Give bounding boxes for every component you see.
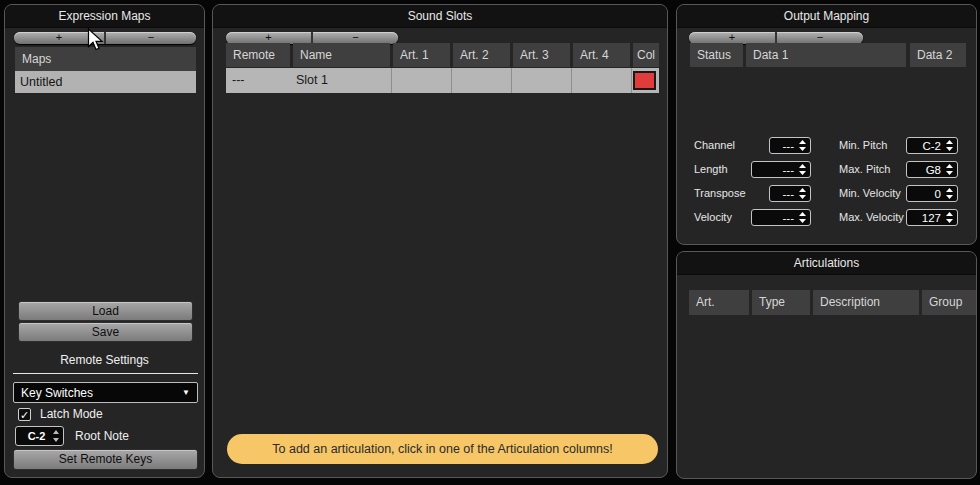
slot-art1-cell[interactable]: [392, 68, 451, 93]
max-velocity-value: 127: [911, 212, 946, 224]
checkmark-icon: ✓: [20, 409, 29, 421]
min-velocity-value: 0: [911, 188, 946, 200]
col-header-data2: Data 2: [910, 43, 966, 67]
remote-mode-dropdown[interactable]: Key Switches ▼: [13, 382, 198, 403]
latch-mode-checkbox[interactable]: ✓: [18, 408, 31, 421]
table-row-slot1: --- Slot 1: [226, 68, 659, 93]
latch-mode-label: Latch Mode: [40, 407, 103, 421]
articulations-panel: Articulations Art. Type Description Grou…: [676, 251, 977, 479]
min-pitch-label: Min. Pitch: [839, 137, 887, 154]
slot-remote-cell[interactable]: ---: [232, 73, 245, 87]
transpose-value: ---: [774, 188, 799, 200]
maps-list-header: Maps: [15, 47, 196, 71]
col-header-art3: Art. 3: [513, 43, 570, 67]
articulations-title: Articulations: [677, 252, 976, 275]
row-divider: [631, 68, 632, 93]
transpose-label: Transpose: [694, 185, 746, 202]
output-mapping-title: Output Mapping: [677, 5, 976, 28]
slot-art3-cell[interactable]: [512, 68, 571, 93]
col-header-type: Type: [752, 290, 810, 315]
col-header-art: Art.: [689, 290, 749, 315]
col-header-data1: Data 1: [746, 43, 906, 67]
maps-add-remove-bar: + −: [14, 32, 196, 44]
save-button[interactable]: Save: [18, 322, 193, 342]
col-header-name: Name: [293, 43, 390, 67]
col-header-art1: Art. 1: [393, 43, 450, 67]
set-remote-keys-button[interactable]: Set Remote Keys: [13, 449, 198, 470]
mouse-cursor: [87, 28, 105, 52]
remote-settings-divider: [13, 373, 198, 374]
velocity-value: ---: [756, 212, 799, 224]
min-velocity-label: Min. Velocity: [839, 185, 901, 202]
output-mapping-panel: Output Mapping + − Status Data 1 Data 2 …: [676, 4, 977, 245]
root-note-label: Root Note: [75, 429, 129, 443]
min-velocity-spinner[interactable]: 0: [906, 185, 958, 202]
channel-value: ---: [774, 140, 799, 152]
col-header-art2: Art. 2: [453, 43, 510, 67]
max-pitch-label: Max. Pitch: [839, 161, 890, 178]
channel-spinner[interactable]: ---: [769, 137, 811, 154]
col-header-remote: Remote: [226, 43, 290, 67]
length-value: ---: [756, 164, 799, 176]
col-header-description: Description: [813, 290, 919, 315]
expression-map-setup-window: Expression Maps + − Maps Untitled Load S…: [0, 0, 980, 485]
spinner-arrows-icon: [799, 188, 806, 199]
channel-label: Channel: [694, 137, 735, 154]
spinner-arrows-icon: [799, 164, 806, 175]
remove-map-button[interactable]: −: [106, 32, 196, 44]
spinner-arrows-icon: [799, 212, 806, 223]
expression-maps-panel: Expression Maps + − Maps Untitled Load S…: [4, 4, 205, 478]
spinner-arrows-icon: [946, 164, 953, 175]
chevron-down-icon: ▼: [182, 388, 190, 397]
sound-slots-title: Sound Slots: [213, 5, 667, 28]
max-velocity-spinner[interactable]: 127: [906, 209, 958, 226]
velocity-spinner[interactable]: ---: [751, 209, 811, 226]
length-spinner[interactable]: ---: [751, 161, 811, 178]
spinner-arrows-icon: [946, 188, 953, 199]
max-pitch-value: G8: [911, 164, 946, 176]
max-velocity-label: Max. Velocity: [839, 209, 904, 226]
remote-settings-heading: Remote Settings: [5, 353, 204, 367]
col-header-col: Col: [633, 43, 659, 67]
root-note-spinner[interactable]: C-2: [15, 426, 64, 446]
sound-slots-panel: Sound Slots + − Remote Name Art. 1 Art. …: [212, 4, 668, 478]
length-label: Length: [694, 161, 728, 178]
col-header-status: Status: [690, 43, 743, 67]
spinner-arrows-icon: [946, 140, 953, 151]
load-button[interactable]: Load: [18, 301, 193, 321]
slot-art4-cell[interactable]: [572, 68, 631, 93]
root-note-value: C-2: [20, 430, 53, 442]
expression-maps-title: Expression Maps: [5, 5, 204, 28]
map-list-item-untitled[interactable]: Untitled: [15, 71, 196, 93]
slot-art2-cell[interactable]: [452, 68, 511, 93]
remote-mode-value: Key Switches: [21, 386, 182, 400]
articulation-hint-notice: To add an articulation, click in one of …: [227, 434, 658, 464]
col-header-group: Group: [922, 290, 977, 315]
max-pitch-spinner[interactable]: G8: [906, 161, 958, 178]
slot-color-swatch[interactable]: [633, 71, 656, 90]
velocity-label: Velocity: [694, 209, 732, 226]
spinner-arrows-icon: [53, 430, 59, 442]
min-pitch-value: C-2: [911, 140, 946, 152]
spinner-arrows-icon: [799, 140, 806, 151]
slot-name-cell[interactable]: Slot 1: [296, 73, 328, 87]
spinner-arrows-icon: [946, 212, 953, 223]
transpose-spinner[interactable]: ---: [769, 185, 811, 202]
min-pitch-spinner[interactable]: C-2: [906, 137, 958, 154]
col-header-art4: Art. 4: [573, 43, 630, 67]
